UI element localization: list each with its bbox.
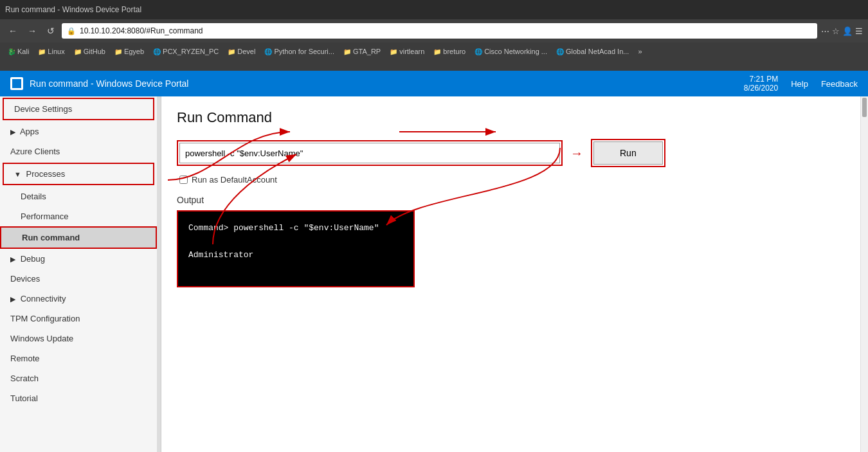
sidebar-label-tpm: TPM Configuration [10,314,80,323]
bookmark-breturo[interactable]: 📁 breturo [429,46,469,57]
scrollbar-thumb[interactable] [862,98,867,117]
lock-icon: 🔒 [67,27,76,35]
bookmark-python-icon: 🌐 [264,48,272,55]
run-button[interactable]: Run [593,141,663,165]
bookmark-virtlearn-icon: 📁 [390,48,397,55]
bookmarks-bar: 🐉 Kali 📁 Linux 📁 GitHub 📁 Egyeb 🌐 PCX_RY… [0,42,868,60]
sidebar-item-processes[interactable]: ▼ Processes [3,163,154,185]
scrollbar-area[interactable] [860,96,868,452]
sidebar-item-remote[interactable]: Remote [0,348,157,368]
bookmark-more[interactable]: » [634,46,646,57]
default-account-label: Run as DefaultAccount [192,175,277,185]
tab-title: Run command - Windows Device Portal [5,5,141,14]
bookmark-kali[interactable]: 🐉 Kali [4,46,33,57]
command-input[interactable] [179,143,560,163]
address-bar[interactable]: 🔒 10.10.10.204:8080/#Run_command [62,23,817,39]
bookmark-devel[interactable]: 📁 Devel [224,46,259,57]
sidebar-label-processes: Processes [26,169,66,179]
help-link[interactable]: Help [791,79,808,89]
sidebar-label-devices: Devices [10,274,40,284]
nav-icons: ⋯ ☆ 👤 ☰ [821,26,863,36]
menu-icon[interactable]: ☰ [855,26,863,36]
sidebar-item-scratch[interactable]: Scratch [0,368,157,388]
run-button-wrapper: Run [591,139,665,167]
sidebar-item-tutorial[interactable]: Tutorial [0,388,157,408]
sidebar: Device Settings ▶ Apps Azure Clients ▼ P… [0,96,158,452]
sidebar-item-run-command[interactable]: Run command [0,226,157,249]
app-header: Run command - Windows Device Portal 7:21… [0,71,868,96]
sidebar-item-apps[interactable]: ▶ Apps [0,122,157,141]
sidebar-item-debug[interactable]: ▶ Debug [0,249,157,269]
sidebar-label-details: Details [21,192,46,201]
sidebar-label-windows-update: Windows Update [10,334,73,343]
bookmark-gta[interactable]: 📁 GTA_RP [339,46,384,57]
output-line-1: Command> powershell -c "$env:UserName" [188,222,403,235]
page-title: Run Command [177,109,845,126]
bookmark-netacad-icon: 🌐 [556,48,564,55]
bookmark-python[interactable]: 🌐 Python for Securi... [260,46,338,57]
bookmark-pcx-icon: 🌐 [153,48,161,55]
bookmark-netacad[interactable]: 🌐 Global NetAcad In... [552,46,633,57]
sidebar-item-tpm[interactable]: TPM Configuration [0,309,157,329]
bookmark-virtlearn[interactable]: 📁 virtlearn [386,46,428,57]
sidebar-item-device-settings[interactable]: Device Settings [3,98,154,120]
sidebar-label-scratch: Scratch [10,374,39,383]
arrow-icon-apps: ▶ [10,128,15,136]
browser-chrome: Run command - Windows Device Portal ← → … [0,0,868,71]
forward-button[interactable]: → [24,24,40,37]
app-header-title: Run command - Windows Device Portal [30,78,188,89]
bookmark-egyeb[interactable]: 📁 Egyeb [111,46,148,57]
extensions-icon: ⋯ [821,26,829,36]
bookmark-github[interactable]: 📁 GitHub [70,46,109,57]
bookmark-breturo-icon: 📁 [433,48,441,55]
bookmark-linux-icon: 📁 [38,48,46,55]
url-text: 10.10.10.204:8080/#Run_command [80,26,203,35]
app-header-right: 7:21 PM 8/26/2020 Help Feedback [744,75,858,93]
browser-titlebar: Run command - Windows Device Portal [0,0,868,19]
sidebar-label-device-settings: Device Settings [14,104,72,114]
output-section: Output Command> powershell -c "$env:User… [177,195,845,287]
sidebar-item-details[interactable]: Details [0,186,157,206]
profile-icon: 👤 [842,26,853,36]
default-account-checkbox[interactable] [179,176,188,184]
app-logo-inner [12,79,21,88]
sidebar-item-connectivity[interactable]: ▶ Connectivity [0,289,157,309]
time-display: 7:21 PM [744,75,778,84]
bookmark-cisco-icon: 🌐 [475,48,482,55]
bookmark-cisco[interactable]: 🌐 Cisco Networking ... [471,46,551,57]
bookmark-linux[interactable]: 📁 Linux [34,46,68,57]
arrow-right-icon: → [570,146,583,161]
arrow-icon-debug: ▶ [10,255,15,263]
reload-button[interactable]: ↺ [44,24,58,37]
output-label: Output [177,195,845,205]
sidebar-item-azure-clients[interactable]: Azure Clients [0,141,157,161]
checkbox-row: Run as DefaultAccount [179,175,845,185]
bookmark-devel-icon: 📁 [228,48,235,55]
sidebar-label-remote: Remote [10,354,40,363]
sidebar-item-devices[interactable]: Devices [0,269,157,289]
sidebar-label-tutorial: Tutorial [10,393,38,403]
app-header-left: Run command - Windows Device Portal [10,77,188,90]
bookmark-icon[interactable]: ☆ [832,26,840,36]
date-display: 8/26/2020 [744,84,778,93]
back-button[interactable]: ← [5,24,21,37]
sidebar-label-connectivity: Connectivity [21,294,66,303]
arrow-icon-processes: ▼ [14,170,21,178]
output-line-3: Administrator [188,249,403,262]
command-input-wrapper [177,140,563,166]
bookmark-kali-icon: 🐉 [8,48,15,55]
sidebar-label-apps: Apps [20,127,39,136]
bookmark-egyeb-icon: 📁 [114,48,122,55]
bookmark-pcx[interactable]: 🌐 PCX_RYZEN_PC [149,46,222,57]
sidebar-item-windows-update[interactable]: Windows Update [0,329,157,348]
sidebar-label-performance: Performance [21,212,68,221]
sidebar-label-run-command: Run command [22,233,80,242]
app-logo [10,77,23,90]
sidebar-item-performance[interactable]: Performance [0,206,157,226]
content-area: Run Command → Run Run as DefaultAccount … [161,96,860,452]
browser-nav: ← → ↺ 🔒 10.10.10.204:8080/#Run_command ⋯… [0,19,868,42]
bookmark-gta-icon: 📁 [343,48,351,55]
sidebar-label-azure-clients: Azure Clients [10,147,60,156]
sidebar-label-debug: Debug [21,254,45,264]
feedback-link[interactable]: Feedback [821,79,858,89]
